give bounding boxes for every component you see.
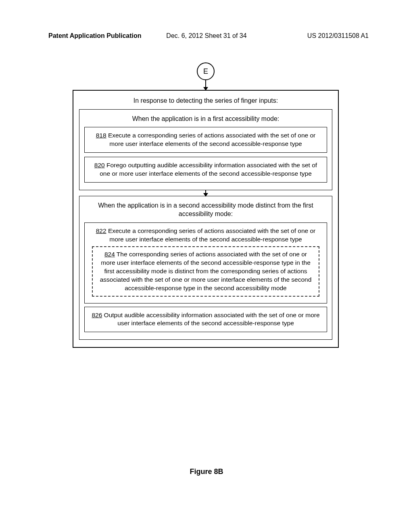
step-822-box: 822 Execute a corresponding series of ac… [84, 222, 327, 303]
figure-caption: Figure 8B [0, 468, 413, 476]
step-820-text: Forego outputting audible accessibility … [100, 162, 317, 177]
header-center: Dec. 6, 2012 Sheet 31 of 34 [166, 32, 246, 39]
page-header: Patent Application Publication Dec. 6, 2… [0, 0, 413, 39]
step-818-text: Execute a corresponding series of action… [106, 132, 316, 147]
step-818-box: 818 Execute a corresponding series of ac… [84, 127, 327, 153]
second-mode-box: When the application is in a second acce… [79, 196, 332, 340]
step-824-box: 824 The corresponding series of actions … [92, 246, 319, 297]
arrow-down-icon [205, 190, 206, 196]
step-826-box: 826 Output audible accessibility informa… [84, 307, 327, 332]
connector-e-circle: E [197, 62, 215, 80]
header-right: US 2012/0311508 A1 [307, 32, 369, 39]
step-826-ref: 826 [92, 312, 102, 318]
flowchart-diagram: E In response to detecting the series of… [73, 62, 339, 348]
outer-response-box: In response to detecting the series of f… [73, 90, 339, 348]
step-826-text: Output audible accessibility information… [102, 312, 319, 327]
outer-box-title: In response to detecting the series of f… [79, 96, 332, 105]
step-824-ref: 824 [104, 251, 115, 258]
step-822-ref: 822 [96, 227, 106, 234]
first-mode-box: When the application is in a first acces… [79, 109, 332, 190]
header-left: Patent Application Publication [48, 32, 142, 39]
step-822-text: Execute a corresponding series of action… [106, 227, 316, 243]
connector-e-label: E [203, 67, 208, 76]
second-mode-title: When the application is in a second acce… [84, 201, 327, 218]
step-824-text: The corresponding series of actions asso… [100, 251, 312, 291]
step-820-ref: 820 [94, 162, 105, 168]
first-mode-title: When the application is in a first acces… [84, 114, 327, 123]
step-818-ref: 818 [96, 132, 106, 139]
step-820-box: 820 Forego outputting audible accessibil… [84, 157, 327, 183]
arrow-down-icon [205, 80, 206, 90]
